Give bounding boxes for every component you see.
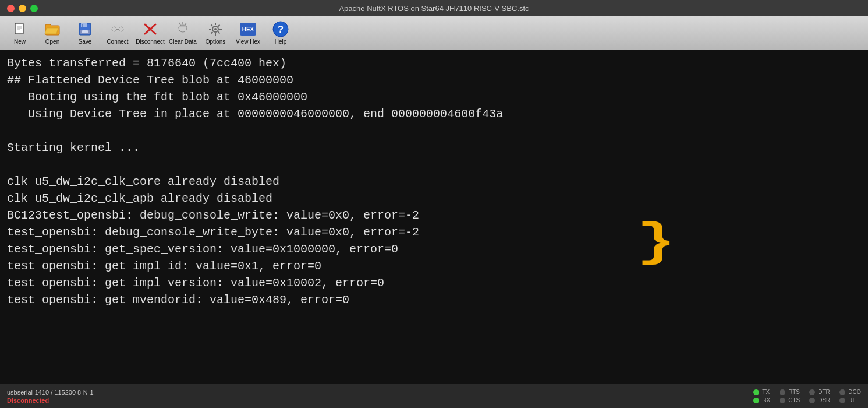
open-button[interactable]: Open [37,19,68,48]
disconnect-icon [142,21,158,37]
svg-line-28 [211,25,213,27]
rx-indicator: RX [753,397,770,403]
open-icon [44,21,61,37]
dcd-label: DCD [848,389,861,395]
rts-cts-group: RTS CTS [780,389,800,403]
rts-label: RTS [788,389,800,395]
dtr-label: DTR [818,389,830,395]
save-icon [77,21,93,37]
connection-info: usbserial-1410 / 115200 8-N-1 [7,389,94,396]
cts-indicator: CTS [780,397,800,403]
options-icon [207,21,224,37]
svg-line-30 [218,25,220,27]
cts-led [780,398,785,403]
cts-label: CTS [788,397,800,403]
status-bar: usbserial-1410 / 115200 8-N-1 Disconnect… [0,384,868,408]
clear-data-label: Clear Data [169,38,197,45]
connect-button[interactable]: Connect [102,19,133,48]
new-button[interactable]: New [5,19,35,48]
ri-led [839,398,845,403]
minimize-button[interactable] [19,5,26,12]
tx-label: TX [762,389,770,395]
clear-data-button[interactable]: Clear Data [168,19,198,48]
svg-rect-8 [82,30,88,33]
connection-state: Disconnected [7,397,94,404]
tx-led [753,389,759,395]
dsr-label: DSR [818,397,830,403]
status-right: TX RX RTS CTS DTR DSR [753,389,861,403]
new-label: New [14,38,26,45]
close-button[interactable] [7,5,15,12]
tx-rx-group: TX RX [753,389,770,403]
svg-point-23 [214,28,217,30]
toolbar: New Open Save [0,16,868,50]
options-button[interactable]: Options [200,19,231,48]
dtr-dsr-group: DTR DSR [809,389,830,403]
svg-text:?: ? [278,24,284,35]
options-label: Options [206,38,225,45]
rx-label: RX [762,397,770,403]
connect-icon [109,21,126,37]
svg-line-29 [218,32,220,34]
connect-label: Connect [107,38,128,45]
svg-line-19 [179,23,180,25]
svg-rect-5 [81,23,87,27]
terminal: Bytes transferred = 8176640 (7cc400 hex)… [0,50,868,384]
dsr-led [809,398,815,403]
disconnect-button[interactable]: Disconnect [135,19,165,48]
window-title: Apache NuttX RTOS on Star64 JH7110 RISC-… [339,4,529,13]
svg-rect-6 [82,24,83,27]
terminal-output: Bytes transferred = 8176640 (7cc400 hex)… [7,55,861,308]
new-icon [12,21,28,37]
dtr-led [809,389,815,395]
rts-indicator: RTS [780,389,800,395]
rx-led [753,398,759,403]
view-hex-button[interactable]: HEX View Hex [233,19,263,48]
rts-led [780,389,785,395]
tx-indicator: TX [753,389,770,395]
save-label: Save [79,38,92,45]
svg-rect-0 [15,23,23,34]
view-hex-label: View Hex [236,38,260,45]
save-button[interactable]: Save [70,19,100,48]
disconnect-label: Disconnect [136,38,164,45]
dcd-ri-group: DCD RI [839,389,861,403]
dcd-indicator: DCD [839,389,861,395]
help-label: Help [275,38,287,45]
svg-line-21 [185,23,186,25]
ri-label: RI [848,397,854,403]
view-hex-icon: HEX [240,21,256,37]
window-controls [7,5,38,12]
dtr-indicator: DTR [809,389,830,395]
open-label: Open [45,38,59,45]
ri-indicator: RI [839,397,861,403]
dcd-led [839,389,845,395]
maximize-button[interactable] [30,5,38,12]
help-icon: ? [272,21,289,37]
status-left: usbserial-1410 / 115200 8-N-1 Disconnect… [7,389,94,404]
title-bar: Apache NuttX RTOS on Star64 JH7110 RISC-… [0,0,868,16]
help-button[interactable]: ? Help [265,19,296,48]
clear-data-icon [175,21,191,37]
svg-point-10 [119,27,123,31]
svg-line-31 [211,32,213,34]
svg-point-9 [112,27,116,31]
dsr-indicator: DSR [809,397,830,403]
